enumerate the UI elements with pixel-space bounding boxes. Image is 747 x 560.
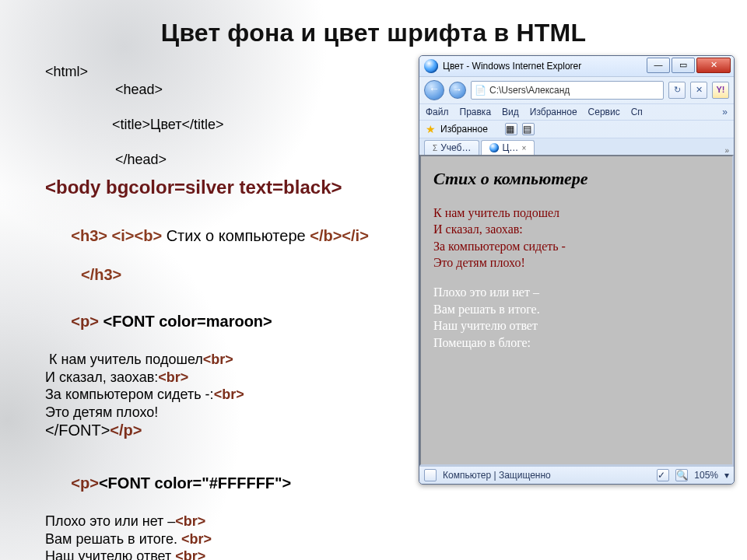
- address-text: C:\Users\Александ: [489, 85, 570, 96]
- nav-bar: ← → 📄 C:\Users\Александ ↻ ✕ Y!: [419, 76, 734, 103]
- search-provider-button[interactable]: Y!: [712, 82, 729, 99]
- browser-window: Цвет - Windows Internet Explorer — ▭ ✕ ←…: [419, 55, 735, 485]
- p1-l1: К нам учитель подошел: [433, 206, 559, 219]
- zoom-icon[interactable]: 🔍: [675, 469, 688, 481]
- p2-l1: Плохо это или нет –: [433, 285, 539, 299]
- tab-1-icon: Σ: [433, 144, 437, 152]
- nav-back-button[interactable]: ←: [424, 80, 444, 100]
- title-text: Цвет: [150, 117, 181, 132]
- menu-view[interactable]: Вид: [502, 107, 519, 117]
- nav-forward-button[interactable]: →: [449, 82, 466, 99]
- window-titlebar[interactable]: Цвет - Windows Internet Explorer — ▭ ✕: [419, 56, 734, 76]
- menu-help[interactable]: Сп: [631, 107, 643, 117]
- window-close-button[interactable]: ✕: [696, 58, 731, 73]
- status-computer-icon: [424, 469, 437, 481]
- tag-font-maroon: <FONT color=maroon>: [99, 313, 272, 330]
- menu-tools[interactable]: Сервис: [588, 107, 620, 117]
- ie-logo-icon: [424, 59, 438, 73]
- folder-icon: 📄: [475, 85, 486, 96]
- window-maximize-button[interactable]: ▭: [672, 58, 695, 73]
- br-2: <br>: [158, 369, 188, 385]
- tag-title-open: <title>: [112, 117, 150, 132]
- tag-ib-open: <i><b>: [112, 227, 163, 244]
- tag-p-open-2: <p>: [71, 474, 99, 492]
- p1-l2: И сказал, заохав:: [433, 222, 523, 236]
- window-minimize-button[interactable]: —: [647, 58, 670, 73]
- tag-title-close: </title>: [181, 117, 223, 132]
- slide-body: <html> <head> <title>Цвет</title> </head…: [0, 52, 747, 560]
- refresh-button[interactable]: ↻: [668, 82, 686, 99]
- br-1: <br>: [203, 352, 233, 367]
- fav-shortcut-1[interactable]: ▦: [505, 123, 517, 135]
- tag-body-open: <body bgcolor=silver text=black>: [45, 177, 342, 198]
- menu-overflow[interactable]: »: [722, 107, 728, 117]
- font-close-1: </FONT>: [45, 422, 110, 439]
- slide-title: Цвет фона и цвет шрифта в HTML: [0, 0, 747, 52]
- status-text: Компьютер | Защищенно: [443, 470, 551, 481]
- tag-html-open: <html>: [45, 64, 88, 79]
- rendered-paragraph-1: К нам учитель подошел И сказал, заохав: …: [433, 205, 720, 271]
- tab-strip: Σ Учеб… Ц… × »: [419, 138, 734, 155]
- tab-2-label: Ц…: [502, 142, 518, 153]
- tab-2-icon: [489, 143, 499, 152]
- tag-head-close: </head>: [115, 152, 167, 167]
- p2-l3: Наш учителю ответ: [433, 319, 538, 332]
- poem1-l3: За компьютером сидеть -:: [45, 387, 214, 402]
- tag-font-white: <FONT color="#FFFFFF">: [99, 474, 291, 492]
- br-6: <br>: [175, 548, 205, 560]
- window-title-text: Цвет - Windows Internet Explorer: [443, 61, 581, 72]
- br-3: <br>: [214, 387, 244, 402]
- rendered-paragraph-2: Плохо это или нет – Вам решать в итоге. …: [433, 284, 720, 351]
- zoom-level[interactable]: 105%: [694, 470, 718, 481]
- poem2-l3: Наш учителю ответ: [45, 548, 175, 560]
- protected-mode-icon[interactable]: ✓: [657, 469, 669, 481]
- star-icon: ★: [426, 123, 436, 135]
- p2-l4: Помещаю в блоге:: [433, 336, 531, 349]
- tab-1[interactable]: Σ Учеб…: [424, 140, 479, 155]
- stop-button[interactable]: ✕: [690, 82, 707, 99]
- tab-2[interactable]: Ц… ×: [481, 140, 535, 155]
- rendered-heading: Стих о компьютере: [433, 167, 720, 191]
- favorites-label[interactable]: Избранное: [440, 124, 488, 135]
- p2-l2: Вам решать в итоге.: [433, 303, 540, 316]
- menu-edit[interactable]: Правка: [460, 107, 492, 117]
- tag-h3-open: <h3>: [71, 227, 107, 244]
- tabs-overflow[interactable]: »: [724, 146, 729, 155]
- menu-favorites[interactable]: Избранное: [530, 107, 577, 117]
- status-bar: Компьютер | Защищенно ✓ 🔍 105% ▾: [419, 466, 734, 484]
- menu-file[interactable]: Файл: [426, 107, 449, 117]
- favorites-bar: ★ Избранное ▦ ▤: [419, 120, 734, 138]
- poem1-l4: Это детям плохо!: [45, 404, 158, 420]
- poem1-l1: К нам учитель подошел: [45, 352, 203, 367]
- tab-1-label: Учеб…: [440, 142, 471, 153]
- br-5: <br>: [181, 531, 212, 547]
- address-bar[interactable]: 📄 C:\Users\Александ: [471, 81, 664, 100]
- h3-content: Стих о компьютере: [162, 227, 310, 244]
- poem2-l2: Вам решать в итоге.: [45, 531, 181, 547]
- br-4: <br>: [175, 513, 205, 529]
- source-code-listing: <html> <head> <title>Цвет</title> </head…: [19, 52, 412, 560]
- poem1-l2: И сказал, заохав:: [45, 369, 158, 385]
- tag-head-open: <head>: [115, 82, 163, 97]
- tab-2-close[interactable]: ×: [521, 144, 526, 152]
- fav-shortcut-2[interactable]: ▤: [522, 123, 535, 135]
- zoom-dropdown[interactable]: ▾: [724, 470, 729, 481]
- page-viewport: Стих о компьютере К нам учитель подошел …: [419, 155, 734, 466]
- tag-h3-close: </h3>: [81, 266, 121, 283]
- tag-p-open-1: <p>: [71, 313, 99, 330]
- tag-p-close-1: </p>: [110, 422, 142, 439]
- p1-l4: Это детям плохо!: [433, 256, 525, 269]
- p1-l3: За компьютером сидеть -: [433, 240, 566, 253]
- tag-ib-close: </b></i>: [310, 227, 369, 244]
- menu-bar: Файл Правка Вид Избранное Сервис Сп »: [419, 103, 734, 120]
- poem2-l1: Плохо это или нет –: [45, 513, 175, 529]
